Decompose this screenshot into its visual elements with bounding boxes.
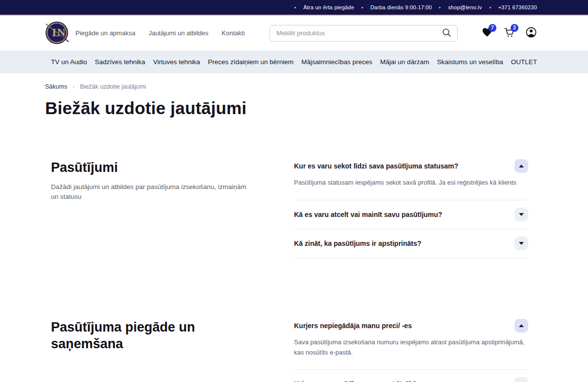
cart-button[interactable]: 2 (503, 27, 515, 39)
search-button[interactable] (441, 27, 452, 40)
cat-link-beauty-health[interactable]: Skaistums un veselība (437, 58, 503, 66)
header: LN Piegāde un apmaksa Jautājumi un atbil… (0, 16, 588, 50)
faq-question: Kā es varu atcelt vai mainīt savu pasūtī… (294, 211, 448, 218)
expand-button[interactable] (514, 237, 528, 250)
store-logo[interactable]: LN (45, 21, 70, 46)
faq-list: Kurjers nepiegādāja manu preci/ -es Sava… (294, 319, 528, 382)
cat-link-household-appliances[interactable]: Sadzīves tehnika (95, 58, 146, 66)
dot-separator (439, 7, 441, 8)
cat-link-household-goods[interactable]: Mājsaimniecības preces (301, 58, 372, 66)
topbar-delivery-note: Ātra un ērta piegāde (303, 4, 354, 10)
chevron-up-icon (519, 324, 524, 327)
cat-link-kitchen-appliances[interactable]: Virtuves tehnika (153, 58, 200, 66)
section-description: Dažādi jautājumi un atbildes par pasūtīj… (51, 182, 249, 203)
header-link-contacts[interactable]: Kontakti (221, 29, 245, 37)
section-intro: Pasūtījumi Dažādi jautājumi un atbildes … (45, 159, 259, 202)
section-intro: Pasūtījuma piegāde un saņemšana (45, 319, 259, 353)
chevron-up-icon (519, 165, 524, 167)
logo-monogram: LN (52, 26, 62, 39)
account-button[interactable] (525, 27, 537, 39)
dot-separator (294, 7, 296, 8)
topbar-email[interactable]: shop@leno.lv (448, 4, 482, 10)
faq-question-row[interactable]: Vai es varu pasūtījumu saņemt ātrāk? (294, 377, 528, 382)
faq-item: Kā es varu atcelt vai mainīt savu pasūtī… (294, 200, 528, 229)
header-icons: 7 2 (481, 27, 537, 39)
dot-separator (490, 7, 491, 8)
faq-item: Kur es varu sekot līdzi sava pasūtījuma … (294, 159, 528, 200)
faq-section-delivery: Pasūtījuma piegāde un saņemšana Kurjers … (45, 319, 528, 382)
header-link-faq[interactable]: Jautājumi un atbildes (148, 29, 208, 37)
faq-section-orders: Pasūtījumi Dažādi jautājumi un atbildes … (45, 159, 528, 258)
breadcrumb-home[interactable]: Sākums (45, 83, 67, 90)
faq-answer: Sava pasūtījuma izsekošana numuru iespēj… (294, 337, 528, 358)
faq-question: Kā zināt, ka pasūtījums ir apstiprināts? (294, 239, 427, 247)
user-icon (525, 26, 537, 40)
cat-link-outlet[interactable]: OUTLET (511, 58, 537, 66)
expand-button[interactable] (514, 377, 528, 382)
wishlist-button[interactable]: 7 (481, 27, 493, 39)
main-content: Sākums › Biežāk uzdotie jautājumi Biežāk… (0, 83, 588, 382)
chevron-down-icon (519, 242, 524, 245)
cat-link-baby-kids[interactable]: Preces zīdaiņiem un bērniem (208, 58, 294, 66)
faq-question: Vai es varu pasūtījumu saņemt ātrāk? (294, 380, 423, 382)
search-input[interactable] (276, 29, 441, 37)
faq-item: Vai es varu pasūtījumu saņemt ātrāk? (294, 370, 528, 382)
dot-separator (362, 7, 363, 8)
faq-question: Kurjers nepiegādāja manu preci/ -es (294, 322, 417, 330)
expand-button[interactable] (514, 208, 528, 221)
faq-question-row[interactable]: Kā zināt, ka pasūtījums ir apstiprināts? (294, 237, 528, 250)
search-icon (442, 28, 451, 39)
collapse-button[interactable] (514, 319, 528, 333)
breadcrumb-current: Biežāk uzdotie jautājumi (80, 83, 146, 90)
cat-link-tv-audio[interactable]: TV un Audio (51, 58, 87, 66)
search-box[interactable] (270, 25, 458, 42)
faq-item: Kurjers nepiegādāja manu preci/ -es Sava… (294, 319, 528, 370)
faq-question-row[interactable]: Kur es varu sekot līdzi sava pasūtījuma … (294, 159, 528, 173)
faq-question: Kur es varu sekot līdzi sava pasūtījuma … (294, 162, 464, 170)
topbar-working-hours: Darba dienās 9:00-17:00 (370, 4, 432, 10)
section-heading: Pasūtījumi (51, 159, 203, 176)
header-link-delivery[interactable]: Piegāde un apmaksa (75, 29, 135, 37)
faq-question-row[interactable]: Kurjers nepiegādāja manu preci/ -es (294, 319, 528, 333)
category-nav: TV un Audio Sadzīves tehnika Virtuves te… (0, 50, 588, 73)
cat-link-home-garden[interactable]: Mājai un dārzam (380, 58, 429, 66)
faq-item: Kā zināt, ka pasūtījums ir apstiprināts? (294, 229, 528, 258)
header-nav: Piegāde un apmaksa Jautājumi un atbildes… (75, 29, 245, 37)
breadcrumb: Sākums › Biežāk uzdotie jautājumi (45, 83, 528, 90)
faq-list: Kur es varu sekot līdzi sava pasūtījuma … (294, 159, 528, 258)
topbar-phone[interactable]: +371 67360230 (498, 4, 537, 10)
topbar: Ātra un ērta piegāde Darba dienās 9:00-1… (0, 0, 588, 16)
chevron-right-icon: › (73, 83, 74, 90)
collapse-button[interactable] (514, 159, 528, 173)
cart-count-badge: 2 (511, 24, 518, 32)
wishlist-count-badge: 7 (489, 24, 496, 32)
faq-answer: Pasūtījuma statusam iespējams sekot savā… (294, 178, 528, 188)
section-heading: Pasūtījuma piegāde un saņemšana (51, 319, 203, 353)
chevron-down-icon (519, 213, 524, 216)
page-title: Biežāk uzdotie jautājumi (45, 98, 528, 118)
faq-question-row[interactable]: Kā es varu atcelt vai mainīt savu pasūtī… (294, 208, 528, 221)
